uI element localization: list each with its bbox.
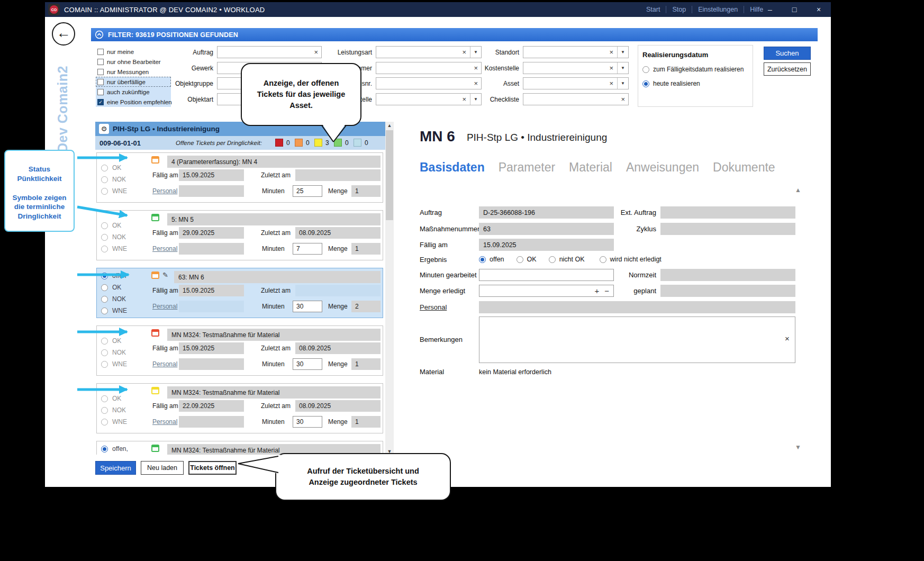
radio-icon[interactable] (101, 165, 108, 171)
filter-checkbox-eine-position-empfehlen[interactable]: ✓eine Position empfehlen (96, 97, 171, 107)
radio-ok[interactable]: OK (101, 394, 121, 403)
minuten-field[interactable]: 30 (293, 416, 322, 428)
radio-icon[interactable] (101, 222, 108, 229)
tab-dokumente[interactable]: Dokumente (713, 160, 775, 175)
faellig-am-field[interactable]: 15.09.2025 (479, 239, 614, 251)
radio-icon[interactable] (517, 256, 523, 263)
checkbox-icon[interactable] (97, 69, 104, 75)
minus-icon[interactable]: − (604, 287, 609, 295)
gear-icon[interactable]: ⚙ (99, 124, 109, 134)
radio-icon[interactable] (101, 188, 108, 195)
personal-field[interactable] (179, 185, 244, 197)
personal-link[interactable]: Personal (152, 243, 177, 255)
tab-anweisungen[interactable]: Anweisungen (626, 160, 699, 175)
radio-icon[interactable] (101, 246, 108, 252)
radio-nicht-ok[interactable]: nicht OK (549, 256, 585, 263)
normzeit-field[interactable] (660, 269, 795, 281)
position-item-1[interactable]: OK NOK WNE 4 (Parametererfassung): MN 4 … (96, 152, 383, 203)
zuletzt-field[interactable] (295, 169, 381, 181)
scroll-up-icon[interactable]: ▲ (385, 122, 394, 129)
geplant-field[interactable] (660, 285, 795, 297)
suchen-button[interactable]: Suchen (764, 47, 811, 60)
auftrag-field[interactable]: D-25-366088-196 (479, 206, 614, 219)
dropdown-icon[interactable]: ▼ (617, 62, 625, 74)
clear-icon[interactable]: × (314, 49, 318, 56)
ticket-green-icon[interactable] (334, 139, 342, 147)
ext-auftrag-field[interactable] (660, 206, 795, 219)
position-title[interactable]: 5: MN 5 (167, 213, 381, 225)
back-button[interactable]: ← (52, 22, 75, 46)
scrollbar-thumb[interactable] (386, 130, 393, 220)
personal-link[interactable]: Personal (152, 416, 177, 428)
dropdown-icon[interactable]: ▼ (617, 47, 625, 58)
zuruecksetzen-button[interactable]: Zurücksetzen (764, 62, 811, 76)
filter-checkbox-nur-ueberfaellige[interactable]: nur überfällige (96, 77, 171, 87)
personal-field[interactable] (479, 301, 795, 313)
filter-checkbox-nur-ohne-bearbeiter[interactable]: nur ohne Bearbeiter (96, 57, 171, 67)
menge-field[interactable]: 1 (351, 358, 381, 370)
faellig-field[interactable]: 15.09.2025 (179, 169, 244, 181)
menge-field[interactable]: 2 (351, 301, 381, 312)
filter-standort-field[interactable]: ×▼ (523, 46, 629, 58)
minuten-field[interactable]: 7 (293, 243, 322, 255)
ticket-red-icon[interactable] (275, 139, 283, 147)
radio-selected-icon[interactable] (642, 80, 649, 87)
menge-field[interactable]: 1 (351, 416, 381, 428)
minuten-field[interactable]: 30 (293, 358, 322, 370)
tickets-oeffnen-button[interactable]: Tickets öffnen (188, 461, 237, 475)
collapse-chevron-icon[interactable] (95, 30, 104, 39)
zuletzt-field[interactable]: 08.09.2025 (295, 342, 381, 354)
personal-field[interactable] (179, 358, 244, 370)
panel-scroll-up-icon[interactable]: ▲ (795, 186, 801, 194)
position-item-3-selected[interactable]: offen OK NOK WNE ✎ 63: MN 6 Fällig am 15… (96, 268, 383, 318)
personal-field[interactable] (179, 301, 244, 312)
radio-icon[interactable] (101, 176, 108, 183)
radio-offen[interactable]: offen (101, 272, 126, 280)
radio-nok[interactable]: NOK (101, 233, 126, 241)
radio-ok[interactable]: OK (101, 337, 121, 345)
radio-icon[interactable] (101, 307, 108, 314)
list-scrollbar[interactable]: ▲ ▼ (385, 122, 394, 455)
maximize-button[interactable]: □ (782, 2, 807, 17)
clear-icon[interactable]: × (609, 49, 613, 56)
radio-icon[interactable] (101, 407, 108, 414)
radio-wne[interactable]: WNE (101, 360, 127, 368)
filter-asset-field[interactable]: ×▼ (523, 77, 629, 89)
clear-icon[interactable]: × (621, 96, 625, 103)
radio-icon[interactable] (101, 419, 108, 426)
menu-start[interactable]: Start (640, 6, 666, 13)
filter-header[interactable]: FILTER: 93619 POSITIONEN GEFUNDEN (91, 28, 818, 41)
radio-icon[interactable] (101, 395, 108, 402)
tab-material[interactable]: Material (569, 160, 612, 175)
position-title[interactable]: MN M324: Testmaßnahme für Material (167, 386, 381, 399)
radio-wne[interactable]: WNE (101, 418, 127, 426)
menu-stop[interactable]: Stop (666, 6, 692, 13)
radio-icon[interactable] (101, 234, 108, 241)
filter-auftrag-field[interactable]: × (217, 46, 322, 58)
checkbox-icon[interactable] (97, 59, 104, 65)
personal-field[interactable] (179, 243, 244, 255)
checkbox-icon[interactable] (97, 79, 104, 85)
radio-icon[interactable] (101, 349, 108, 356)
pencil-icon[interactable]: ✎ (162, 271, 168, 279)
radio-faelligkeitsdatum[interactable]: zum Fälligkeitsdatum realisieren (642, 66, 744, 73)
clear-icon[interactable]: × (785, 334, 790, 343)
personal-link[interactable]: Personal (420, 301, 447, 313)
minuten-field[interactable]: 30 (293, 301, 322, 312)
radio-wne[interactable]: WNE (101, 245, 127, 253)
checkbox-checked-icon[interactable]: ✓ (97, 99, 104, 105)
zuletzt-field[interactable]: 08.09.2025 (295, 400, 381, 412)
radio-offen[interactable]: offen (479, 256, 504, 263)
position-title[interactable]: MN M324: Testmaßnahme für Material (167, 329, 381, 341)
personal-field[interactable] (179, 416, 244, 428)
filter-checkbox-nur-meine[interactable]: nur meine (96, 47, 171, 57)
ticket-orange-icon[interactable] (295, 139, 303, 147)
personal-link[interactable]: Personal (152, 185, 177, 197)
personal-link[interactable]: Personal (152, 301, 177, 312)
ticket-lightblue-icon[interactable] (354, 139, 361, 147)
radio-wne[interactable]: WNE (101, 306, 127, 315)
radio-offen[interactable]: offen, (101, 445, 128, 453)
position-title[interactable]: 4 (Parametererfassung): MN 4 (167, 156, 381, 168)
plus-icon[interactable]: + (594, 287, 599, 295)
filter-checkliste-field[interactable]: × (523, 93, 629, 105)
